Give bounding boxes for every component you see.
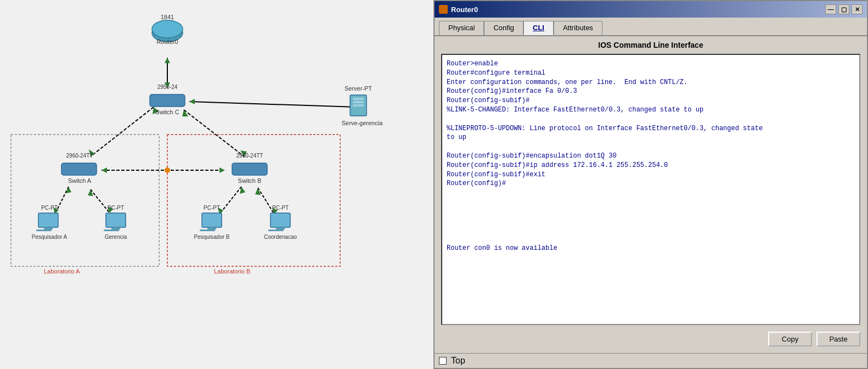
- maximize-button[interactable]: ▢: [838, 4, 849, 14]
- router-content: IOS Command Line Interface Router>enable…: [435, 36, 867, 353]
- svg-text:Coordenacao: Coordenacao: [264, 234, 297, 240]
- svg-rect-58: [104, 230, 119, 231]
- svg-rect-63: [200, 230, 215, 231]
- svg-rect-47: [353, 101, 364, 103]
- svg-rect-36: [150, 94, 185, 107]
- network-diagram: Laboratorio A Laboratorio B: [0, 0, 433, 369]
- svg-point-33: [152, 20, 183, 38]
- router-window: Router0 — ▢ ✕ Physical Config CLI Attrib…: [433, 0, 868, 369]
- svg-text:2960-24TT: 2960-24TT: [66, 153, 93, 159]
- svg-marker-21: [66, 187, 71, 193]
- window-controls[interactable]: — ▢ ✕: [825, 4, 863, 14]
- minimize-button[interactable]: —: [825, 4, 836, 14]
- svg-text:PC-PT: PC-PT: [272, 205, 289, 211]
- svg-rect-51: [38, 213, 58, 227]
- svg-text:PC-PT: PC-PT: [108, 205, 124, 211]
- svg-rect-61: [202, 213, 222, 227]
- tab-attributes[interactable]: Attributes: [554, 21, 602, 35]
- svg-rect-57: [111, 227, 120, 230]
- svg-rect-48: [353, 104, 364, 107]
- svg-marker-14: [102, 167, 107, 173]
- svg-rect-66: [270, 213, 290, 227]
- svg-text:Pesquisador A: Pesquisador A: [32, 234, 67, 240]
- svg-line-23: [91, 189, 110, 213]
- tab-cli[interactable]: CLI: [523, 21, 554, 35]
- svg-text:Gerencia: Gerencia: [105, 234, 127, 240]
- cli-title: IOS Command Line Interface: [441, 41, 860, 49]
- cli-bottom-buttons: Copy Paste: [441, 329, 860, 349]
- top-checkbox[interactable]: [439, 357, 447, 365]
- copy-button[interactable]: Copy: [768, 332, 812, 346]
- svg-rect-53: [36, 230, 52, 231]
- paste-button[interactable]: Paste: [816, 332, 860, 346]
- svg-rect-46: [353, 98, 364, 100]
- router-icon: [439, 5, 448, 14]
- svg-line-7: [91, 107, 154, 156]
- svg-rect-62: [207, 227, 216, 230]
- cli-footer: Top: [435, 353, 867, 368]
- svg-rect-67: [276, 227, 285, 230]
- svg-point-16: [165, 167, 170, 173]
- svg-text:Server-PT: Server-PT: [345, 85, 372, 92]
- svg-text:Laboratorio B: Laboratorio B: [214, 268, 250, 275]
- svg-text:2950-24: 2950-24: [157, 84, 178, 90]
- svg-text:Laboratorio A: Laboratorio A: [44, 268, 80, 275]
- svg-rect-42: [232, 163, 267, 175]
- svg-marker-5: [165, 58, 170, 63]
- svg-marker-18: [189, 99, 195, 104]
- top-label: Top: [451, 356, 465, 366]
- svg-marker-24: [88, 189, 93, 196]
- svg-rect-68: [268, 230, 284, 231]
- router-titlebar-left: Router0: [439, 5, 478, 14]
- svg-text:2960-24TT: 2960-24TT: [236, 153, 263, 159]
- svg-text:Pesquisador B: Pesquisador B: [194, 234, 229, 240]
- svg-text:Switch A: Switch A: [68, 177, 92, 184]
- svg-text:PC-PT: PC-PT: [204, 205, 220, 211]
- router-title: Router0: [451, 5, 478, 14]
- cli-output: Router>enable Router#configure terminal …: [447, 59, 855, 253]
- close-button[interactable]: ✕: [852, 4, 863, 14]
- router-titlebar: Router0 — ▢ ✕: [435, 1, 867, 18]
- svg-marker-15: [219, 167, 225, 173]
- svg-rect-39: [61, 163, 97, 175]
- svg-marker-30: [255, 188, 261, 195]
- tab-config[interactable]: Config: [484, 21, 523, 35]
- svg-text:Switch C: Switch C: [155, 109, 179, 115]
- svg-rect-52: [44, 227, 53, 230]
- router-tabs: Physical Config CLI Attributes: [435, 18, 867, 36]
- svg-text:1841: 1841: [161, 14, 174, 20]
- cli-terminal[interactable]: Router>enable Router#configure terminal …: [441, 54, 860, 325]
- svg-text:PC-PT: PC-PT: [41, 205, 58, 211]
- svg-text:Switch B: Switch B: [238, 177, 262, 184]
- svg-text:Router0: Router0: [156, 38, 178, 45]
- svg-text:Serve-gerencia: Serve-gerencia: [342, 120, 383, 126]
- svg-line-10: [184, 110, 244, 156]
- svg-rect-56: [106, 213, 126, 227]
- tab-physical[interactable]: Physical: [439, 21, 484, 35]
- svg-line-17: [189, 102, 357, 107]
